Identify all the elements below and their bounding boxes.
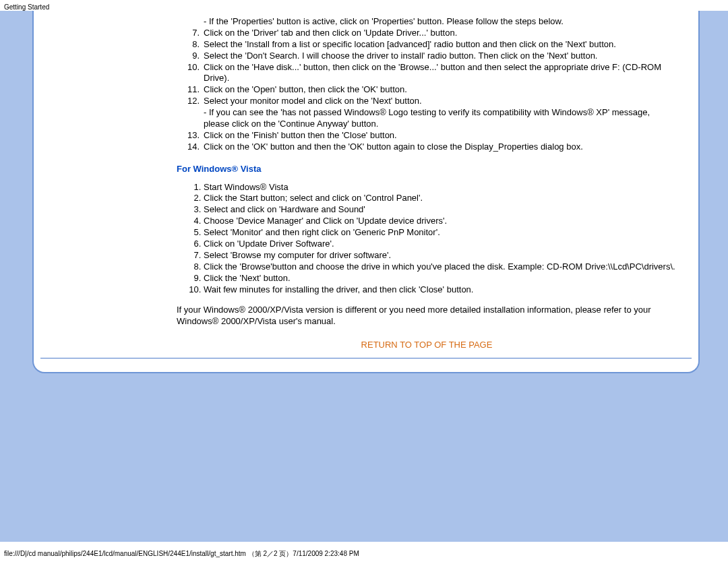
xp-step: 9.Select the 'Don't Search. I will choos… [204,51,677,62]
list-item: Click the 'Next' button. [204,273,677,284]
xp-step: 10.Click on the 'Have disk...' button, t… [204,62,677,85]
return-to-top-link[interactable]: RETURN TO TOP OF THE PAGE [177,340,677,351]
xp-step: 12.Select your monitor model and click o… [204,96,677,107]
xp-steps-continued: - If the 'Properties' button is active, … [177,16,677,153]
list-item: Click the 'Browse'button and choose the … [204,261,677,273]
xp-step: 11.Click on the 'Open' button, then clic… [204,84,677,96]
main-content: - If the 'Properties' button is active, … [177,11,690,351]
footer-path: file:///D|/cd manual/philips/244E1/lcd/m… [4,549,359,558]
content-panel: - If the 'Properties' button is active, … [32,11,700,373]
closing-note: If your Windows® 2000/XP/Vista version i… [177,305,677,327]
xp-step: 8.Select the 'Install from a list or spe… [204,39,677,51]
list-item: Start Windows® Vista [204,182,677,193]
xp-step-note: - If you can see the 'has not passed Win… [204,107,677,130]
list-item: Select 'Browse my computer for driver so… [204,250,677,261]
xp-step: 7.Click on the 'Driver' tab and then cli… [204,28,677,39]
vista-heading: For Windows® Vista [177,164,677,175]
xp-step: 14.Click on the 'OK' button and then the… [204,142,677,153]
list-item: Select 'Monitor' and then right click on… [204,227,677,239]
list-item: Wait few minutes for installing the driv… [204,284,677,296]
list-item: Click the Start button; select and click… [204,193,677,204]
browser-title: Getting Started [4,3,49,11]
list-item: Select and click on 'Hardware and Sound' [204,204,677,216]
page-background: - If the 'Properties' button is active, … [0,11,728,542]
xp-step-note: - If the 'Properties' button is active, … [204,16,677,28]
divider [40,358,692,358]
list-item: Choose 'Device Manager' and Click on 'Up… [204,216,677,227]
xp-step: 13.Click on the 'Finish' button then the… [204,130,677,142]
vista-steps-list: Start Windows® Vista Click the Start but… [177,182,677,296]
list-item: Click on 'Update Driver Software'. [204,239,677,250]
